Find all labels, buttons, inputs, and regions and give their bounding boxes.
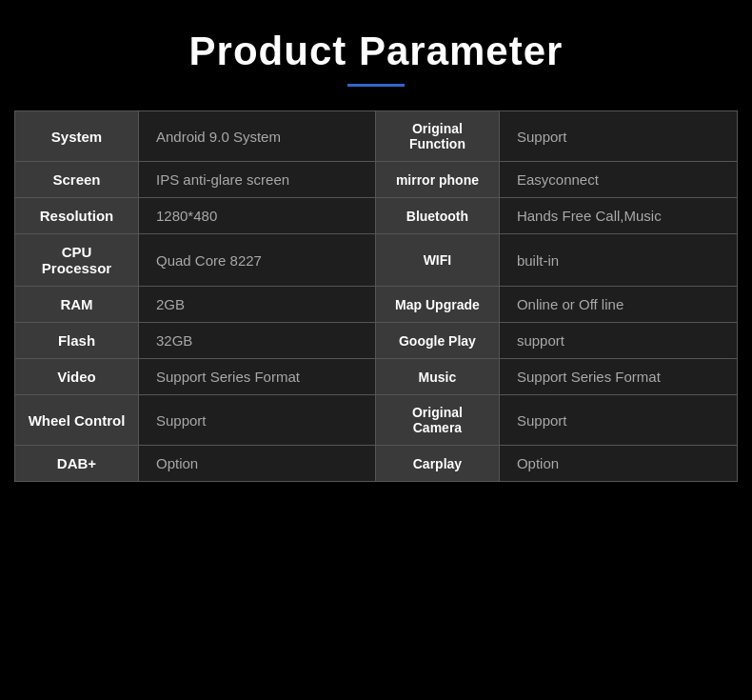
left-value-6: Support Series Format	[139, 359, 376, 395]
right-value-5: support	[499, 323, 737, 359]
product-table: System Android 9.0 System Original Funct…	[14, 110, 738, 482]
right-label-1: mirror phone	[375, 162, 499, 198]
right-label-7: Original Camera	[375, 395, 499, 446]
table-row: System Android 9.0 System Original Funct…	[15, 111, 738, 162]
right-label-4: Map Upgrade	[375, 287, 499, 323]
title-underline	[347, 84, 405, 87]
table-row: Screen IPS anti-glare screen mirror phon…	[15, 162, 738, 198]
left-label-7: Wheel Control	[15, 395, 139, 446]
left-value-7: Support	[139, 395, 376, 446]
right-label-0: Original Function	[375, 111, 499, 162]
left-value-1: IPS anti-glare screen	[139, 162, 376, 198]
table-row: Flash 32GB Google Play support	[15, 323, 738, 359]
left-value-2: 1280*480	[139, 198, 376, 234]
left-label-0: System	[15, 111, 139, 162]
left-value-8: Option	[139, 446, 376, 482]
left-label-1: Screen	[15, 162, 139, 198]
right-value-7: Support	[499, 395, 737, 446]
left-value-3: Quad Core 8227	[139, 234, 376, 287]
left-label-5: Flash	[15, 323, 139, 359]
right-value-3: built-in	[499, 234, 737, 287]
table-row: Resolution 1280*480 Bluetooth Hands Free…	[15, 198, 738, 234]
table-row: DAB+ Option Carplay Option	[15, 446, 738, 482]
right-value-8: Option	[499, 446, 737, 482]
page-title: Product Parameter	[189, 29, 564, 74]
table-row: Wheel Control Support Original Camera Su…	[15, 395, 738, 446]
right-value-0: Support	[499, 111, 737, 162]
left-label-2: Resolution	[15, 198, 139, 234]
right-label-8: Carplay	[375, 446, 499, 482]
right-value-6: Support Series Format	[499, 359, 737, 395]
right-value-1: Easyconnect	[499, 162, 737, 198]
right-label-3: WIFI	[375, 234, 499, 287]
right-value-2: Hands Free Call,Music	[499, 198, 737, 234]
left-value-0: Android 9.0 System	[139, 111, 376, 162]
left-value-5: 32GB	[139, 323, 376, 359]
left-label-4: RAM	[15, 287, 139, 323]
right-label-2: Bluetooth	[375, 198, 499, 234]
right-label-6: Music	[375, 359, 499, 395]
left-value-4: 2GB	[139, 287, 376, 323]
table-row: RAM 2GB Map Upgrade Online or Off line	[15, 287, 738, 323]
table-row: CPU Processor Quad Core 8227 WIFI built-…	[15, 234, 738, 287]
right-value-4: Online or Off line	[499, 287, 737, 323]
left-label-3: CPU Processor	[15, 234, 139, 287]
table-row: Video Support Series Format Music Suppor…	[15, 359, 738, 395]
left-label-8: DAB+	[15, 446, 139, 482]
right-label-5: Google Play	[375, 323, 499, 359]
left-label-6: Video	[15, 359, 139, 395]
